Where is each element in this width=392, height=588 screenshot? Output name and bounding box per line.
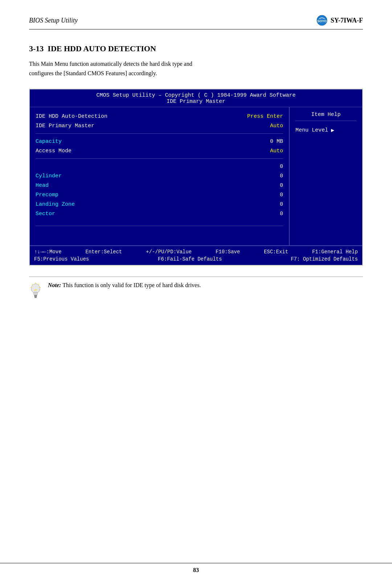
nav-value: +/-/PU/PD:Value — [146, 249, 192, 255]
bios-title-bar: CMOS Setup Utility – Copyright ( C ) 198… — [30, 89, 362, 107]
nav-exit: ESC:Exit — [264, 249, 288, 255]
label-access-mode: Access Mode — [36, 148, 101, 154]
bios-row-cylinder: Cylinder 0 — [36, 171, 283, 181]
bios-title-line2: IDE Primary Master — [33, 98, 359, 105]
section-heading: 3-13 IDE HDD AUTO DETECTION — [29, 44, 363, 53]
section-title: IDE HDD AUTO DETECTION — [48, 44, 156, 53]
bios-title-line1: CMOS Setup Utility – Copyright ( C ) 198… — [33, 92, 359, 98]
bios-nav: ↑↓→←:Move Enter:Select +/-/PU/PD:Value F… — [30, 245, 362, 265]
menu-level-label: Menu Level — [295, 127, 328, 133]
bios-row-ide-primary: IDE Primary Master Auto — [36, 121, 283, 130]
nav-save: F10:Save — [216, 249, 240, 255]
nav-help: F1:General Help — [312, 249, 358, 255]
value-blank: 0 — [240, 164, 283, 170]
nav-select: Enter:Select — [85, 249, 122, 255]
item-help-title: Item Help — [295, 112, 356, 121]
svg-rect-3 — [34, 295, 37, 296]
page-footer: 83 — [0, 563, 392, 573]
note-section: Note: This function is only valid for ID… — [29, 277, 363, 300]
bios-screen: CMOS Setup Utility – Copyright ( C ) 198… — [29, 89, 363, 266]
value-ide-primary: Auto — [240, 123, 283, 129]
section-desc-line1: This Main Menu function automatically de… — [29, 61, 192, 67]
bios-nav-row2: F5:Previous Values F6:Fail-Safe Defaults… — [34, 255, 358, 263]
section-number: 3-13 — [29, 44, 44, 53]
bios-row-blank: 0 — [36, 162, 283, 171]
bios-row-head: Head 0 — [36, 181, 283, 190]
svg-line-7 — [38, 284, 39, 285]
label-sector: Sector — [36, 211, 101, 217]
bios-row-sector: Sector 0 — [36, 209, 283, 218]
page-number: 83 — [193, 567, 199, 573]
label-precomp: Precomp — [36, 192, 101, 198]
svg-point-2 — [31, 284, 40, 293]
value-head: 0 — [240, 182, 283, 189]
value-access-mode: Auto — [240, 148, 283, 154]
page-header: BIOS Setup Utility SOYO SY-7IWA-F — [29, 15, 363, 29]
bios-row-capacity: Capacity 0 MB — [36, 137, 283, 146]
value-cylinder: 0 — [240, 173, 283, 179]
label-capacity: Capacity — [36, 138, 101, 145]
nav-failsafe: F6:Fail-Safe Defaults — [158, 256, 222, 262]
section-desc-line2: configures the [Standard CMOS Features] … — [29, 70, 157, 76]
value-sector: 0 — [240, 211, 283, 217]
value-landing-zone: 0 — [240, 201, 283, 208]
header-title: BIOS Setup Utility — [29, 17, 78, 24]
header-product: SY-7IWA-F — [331, 17, 363, 24]
svg-rect-4 — [34, 296, 37, 297]
page-container: BIOS Setup Utility SOYO SY-7IWA-F 3-13 I… — [0, 0, 392, 588]
section-description: This Main Menu function automatically de… — [29, 59, 363, 78]
svg-line-8 — [32, 284, 33, 285]
note-body: This function is only valid for IDE type… — [61, 282, 201, 288]
note-bold: Note: — [48, 282, 61, 288]
label-landing-zone: Landing Zone — [36, 201, 101, 208]
bios-row-access-mode: Access Mode Auto — [36, 146, 283, 156]
svg-text:SOYO: SOYO — [317, 19, 327, 23]
bios-row-precomp: Precomp 0 — [36, 190, 283, 200]
nav-move: ↑↓→←:Move — [34, 249, 62, 255]
value-precomp: 0 — [240, 192, 283, 198]
label-head: Head — [36, 182, 101, 189]
nav-optimized: F7: Optimized Defaults — [291, 256, 358, 262]
bios-divider-2 — [36, 158, 283, 159]
lightbulb-icon — [29, 282, 42, 300]
nav-prev-values: F5:Previous Values — [34, 256, 89, 262]
bios-main: IDE HDD Auto-Detection Press Enter IDE P… — [30, 107, 290, 245]
soyo-logo-icon: SOYO — [316, 15, 328, 26]
bios-nav-row1: ↑↓→←:Move Enter:Select +/-/PU/PD:Value F… — [34, 248, 358, 255]
bios-divider-1 — [36, 133, 283, 134]
bios-body: IDE HDD Auto-Detection Press Enter IDE P… — [30, 107, 362, 245]
value-capacity: 0 MB — [240, 138, 283, 145]
note-text: Note: This function is only valid for ID… — [48, 281, 201, 290]
bios-row-ide-hdd: IDE HDD Auto-Detection Press Enter — [36, 112, 283, 121]
label-ide-primary: IDE Primary Master — [36, 123, 101, 129]
value-ide-hdd: Press Enter — [240, 113, 283, 120]
header-logo-area: SOYO SY-7IWA-F — [316, 15, 363, 26]
svg-rect-5 — [34, 297, 37, 298]
bios-row-landing-zone: Landing Zone 0 — [36, 200, 283, 209]
menu-level: Menu Level ▶ — [295, 127, 356, 134]
bios-sidebar: Item Help Menu Level ▶ — [290, 107, 362, 245]
menu-level-arrow: ▶ — [331, 127, 334, 134]
label-ide-hdd: IDE HDD Auto-Detection — [36, 113, 107, 120]
label-cylinder: Cylinder — [36, 173, 101, 179]
